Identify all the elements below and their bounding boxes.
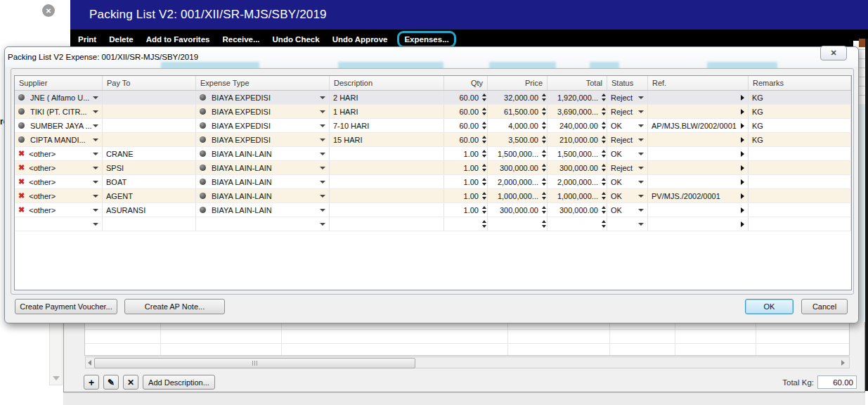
dropdown-arrow-icon[interactable] xyxy=(638,110,644,113)
column-header-ref[interactable]: Ref. xyxy=(648,76,749,90)
cell-supplier[interactable]: ✖<other> xyxy=(15,175,103,188)
cell-description[interactable]: 15 HARI xyxy=(330,133,444,146)
spinner-icon[interactable] xyxy=(482,206,486,214)
spinner-icon[interactable] xyxy=(542,122,546,129)
cell-total[interactable]: 2,000,000... xyxy=(548,175,607,188)
cell-ref[interactable] xyxy=(648,217,749,231)
cell-ref[interactable] xyxy=(648,147,749,160)
cell-expense_type[interactable]: BIAYA LAIN-LAIN xyxy=(196,189,330,202)
cell-pay_to[interactable]: SPSI xyxy=(103,161,196,174)
cell-expense_type[interactable]: BIAYA EXPEDISI xyxy=(196,119,330,132)
cell-status[interactable]: Reject xyxy=(607,133,648,146)
create-ap-note-button[interactable]: Create AP Note... xyxy=(124,299,225,314)
cell-total[interactable]: 1,000,000... xyxy=(548,189,607,202)
scroll-right-icon[interactable] xyxy=(841,360,845,366)
cell-remarks[interactable]: KG xyxy=(749,105,851,118)
edit-row-button[interactable]: ✎ xyxy=(103,375,119,390)
dropdown-arrow-icon[interactable] xyxy=(320,96,325,99)
cell-status[interactable]: Reject xyxy=(607,161,648,174)
spinner-icon[interactable] xyxy=(602,164,606,172)
dropdown-arrow-icon[interactable] xyxy=(320,195,325,198)
cell-pay_to[interactable] xyxy=(103,133,196,146)
cell-description[interactable]: 1 HARI xyxy=(330,105,444,118)
ok-button[interactable]: OK xyxy=(745,299,793,314)
cell-pay_to[interactable]: AGENT xyxy=(103,189,196,202)
cell-price[interactable]: 61,500.00 xyxy=(488,105,548,118)
dropdown-arrow-icon[interactable] xyxy=(638,96,644,99)
cell-expense_type[interactable]: BIAYA LAIN-LAIN xyxy=(196,161,330,174)
menu-item-undo-check[interactable]: Undo Check xyxy=(268,35,325,44)
column-header-remarks[interactable]: Remarks xyxy=(749,76,851,90)
expense-row-5[interactable]: ✖<other>CRANEBIAYA LAIN-LAIN1.001,500,00… xyxy=(15,147,851,161)
dropdown-arrow-icon[interactable] xyxy=(320,223,325,226)
spinner-icon[interactable] xyxy=(482,164,486,172)
menu-item-add-to-favorites[interactable]: Add to Favorites xyxy=(141,35,215,44)
close-circle-icon[interactable]: ✕ xyxy=(42,4,55,17)
open-ref-arrow-icon[interactable] xyxy=(741,193,744,199)
cell-remarks[interactable] xyxy=(749,217,851,231)
open-ref-arrow-icon[interactable] xyxy=(741,151,744,157)
cell-supplier[interactable]: ✖<other> xyxy=(15,147,103,160)
cell-ref[interactable]: AP/MJS.BLW/2002/0001 xyxy=(648,119,749,132)
cell-status[interactable]: OK xyxy=(607,147,648,160)
cell-ref[interactable] xyxy=(648,105,749,118)
expense-row-1[interactable]: JNE ( Alfamo U...BIAYA EXPEDISI2 HARI60.… xyxy=(15,91,851,105)
column-header-expense_type[interactable]: Expense Type xyxy=(196,76,330,90)
cancel-button[interactable]: Cancel xyxy=(801,299,848,314)
open-ref-arrow-icon[interactable] xyxy=(741,165,744,171)
cell-supplier[interactable] xyxy=(15,217,103,231)
cell-ref[interactable] xyxy=(648,91,749,104)
spinner-icon[interactable] xyxy=(482,150,486,158)
cell-qty[interactable]: 1.00 xyxy=(444,161,488,174)
cell-supplier[interactable]: ✖<other> xyxy=(15,203,103,217)
cell-remarks[interactable] xyxy=(749,189,851,202)
add-row-button[interactable]: + xyxy=(84,375,99,390)
cell-pay_to[interactable] xyxy=(103,105,196,118)
cell-total[interactable]: 1,920,000... xyxy=(548,91,607,104)
spinner-icon[interactable] xyxy=(542,192,546,200)
dropdown-arrow-icon[interactable] xyxy=(93,124,98,127)
cell-total[interactable]: 300,000.00 xyxy=(548,203,607,217)
cell-price[interactable]: 32,000.00 xyxy=(488,91,548,104)
cell-qty[interactable]: 60.00 xyxy=(444,119,488,132)
cell-description[interactable] xyxy=(330,217,444,231)
cell-price[interactable] xyxy=(488,217,548,231)
dropdown-arrow-icon[interactable] xyxy=(93,181,98,184)
cell-qty[interactable]: 1.00 xyxy=(444,147,488,160)
total-kg-input[interactable]: 60.00 xyxy=(817,375,857,389)
column-header-total[interactable]: Total xyxy=(548,76,607,90)
open-ref-arrow-icon[interactable] xyxy=(741,207,744,213)
cell-status[interactable]: Reject xyxy=(607,91,648,104)
expense-row-8[interactable]: ✖<other>AGENTBIAYA LAIN-LAIN1.001,000,00… xyxy=(15,189,851,203)
cell-status[interactable]: OK xyxy=(607,189,648,202)
dropdown-arrow-icon[interactable] xyxy=(638,139,644,141)
expense-row-10[interactable] xyxy=(15,217,851,231)
menu-item-print[interactable]: Print xyxy=(73,35,101,44)
column-header-status[interactable]: Status xyxy=(607,76,648,90)
spinner-icon[interactable] xyxy=(602,192,606,200)
spinner-icon[interactable] xyxy=(542,150,546,158)
scroll-left-icon[interactable] xyxy=(88,360,91,366)
spinner-icon[interactable] xyxy=(482,220,486,228)
open-ref-arrow-icon[interactable] xyxy=(741,221,744,227)
cell-price[interactable]: 3,500.00 xyxy=(488,133,548,146)
menu-item-receive[interactable]: Receive... xyxy=(217,35,264,44)
cell-ref[interactable] xyxy=(648,203,749,217)
cell-remarks[interactable]: KG xyxy=(749,119,851,132)
cell-description[interactable]: 2 HARI xyxy=(330,91,444,104)
spinner-icon[interactable] xyxy=(542,136,546,143)
menu-item-delete[interactable]: Delete xyxy=(104,35,138,44)
cell-pay_to[interactable] xyxy=(103,217,196,231)
dropdown-arrow-icon[interactable] xyxy=(320,110,325,113)
cell-qty[interactable]: 60.00 xyxy=(444,105,488,118)
add-description-button[interactable]: Add Description... xyxy=(143,375,215,390)
expense-row-7[interactable]: ✖<other>BOATBIAYA LAIN-LAIN1.002,000,000… xyxy=(15,175,851,189)
scroll-down-icon[interactable] xyxy=(50,372,62,384)
spinner-icon[interactable] xyxy=(602,136,606,143)
cell-description[interactable] xyxy=(330,203,444,217)
spinner-icon[interactable] xyxy=(542,94,546,101)
column-header-pay_to[interactable]: Pay To xyxy=(103,76,196,90)
spinner-icon[interactable] xyxy=(482,136,486,143)
cell-expense_type[interactable]: BIAYA LAIN-LAIN xyxy=(196,203,330,217)
cell-status[interactable]: OK xyxy=(607,175,648,188)
